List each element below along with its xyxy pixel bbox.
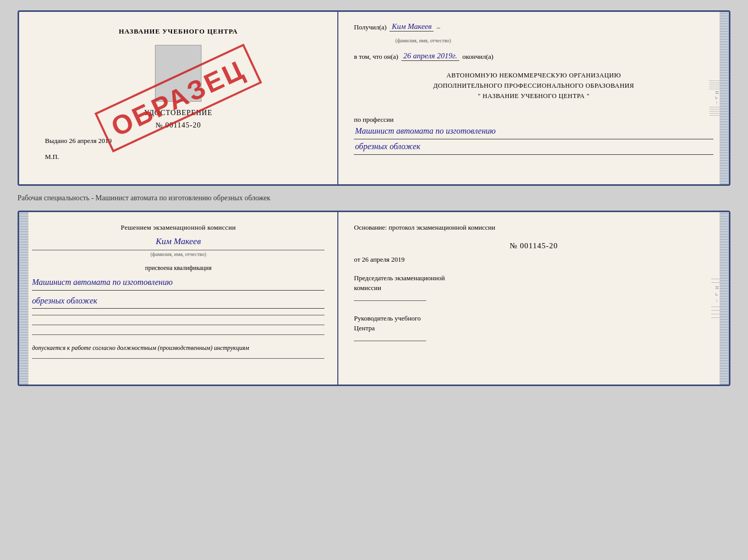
- photo-placeholder: [155, 45, 201, 102]
- note-text: допускается к работе согласно должностны…: [32, 344, 324, 352]
- date-value: 26 апреля 2019г.: [401, 52, 459, 61]
- director-line2: Центра: [354, 324, 375, 332]
- separator-4: [32, 358, 324, 359]
- mp-label: М.П.: [40, 145, 59, 161]
- issued-label: Выдано 26 апреля 2019: [45, 137, 112, 145]
- cert-number: № 001145-20: [155, 121, 201, 130]
- cert-left-panel: НАЗВАНИЕ УЧЕБНОГО ЦЕНТРА УДОСТОВЕРЕНИЕ №…: [19, 12, 338, 184]
- document-container: НАЗВАНИЕ УЧЕБНОГО ЦЕНТРА УДОСТОВЕРЕНИЕ №…: [18, 10, 730, 386]
- qualification-label: присвоена квалификация: [32, 264, 324, 272]
- dash1: –: [437, 23, 440, 31]
- bottom-left-panel: Решением экзаменационной комиссии Ким Ма…: [19, 212, 338, 385]
- separator-2: [32, 325, 324, 325]
- caption-text: Рабочая специальность - Машинист автомат…: [18, 192, 270, 204]
- director-label: Руководитель учебного Центра: [354, 313, 713, 333]
- bottom-profession-line2: обрезных обложек: [32, 294, 324, 309]
- director-sig-line: [354, 341, 426, 341]
- protocol-date-value: от 26 апреля 2019: [354, 255, 404, 263]
- bottom-fio-hint: (фамилия, имя, отчество): [32, 250, 324, 257]
- protocol-date: от 26 апреля 2019: [354, 255, 713, 264]
- bottom-right-panel: Основание: протокол экзаменационной коми…: [338, 212, 729, 385]
- separator-3: [32, 334, 324, 335]
- chairman-block: Председатель экзаменационной комиссии: [354, 273, 713, 301]
- separator-1: [32, 315, 324, 315]
- date-label: в том, что он(а): [354, 53, 398, 61]
- director-block: Руководитель учебного Центра: [354, 313, 713, 341]
- org-text-3: " НАЗВАНИЕ УЧЕБНОГО ЦЕНТРА ": [354, 91, 713, 101]
- recipient-name: Ким Макеев: [389, 22, 433, 31]
- chair-line1: Председатель экзаменационной: [354, 274, 445, 282]
- right-decorative-stripes: И ,а ←: [709, 12, 720, 184]
- bottom-left-spine-stripe: [19, 212, 28, 385]
- chair-line2: комиссии: [354, 284, 381, 292]
- director-line1: Руководитель учебного: [354, 314, 420, 322]
- cert-right-panel: Получил(а) Ким Макеев – (фамилия, имя, о…: [338, 12, 729, 184]
- org-text-1: АВТОНОМНУЮ НЕКОММЕРЧЕСКУЮ ОРГАНИЗАЦИЮ: [354, 70, 713, 81]
- cert-type-label: УДОСТОВЕРЕНИЕ: [144, 109, 212, 117]
- profession-line2: обрезных обложек: [354, 139, 713, 155]
- org-block: АВТОНОМНУЮ НЕКОММЕРЧЕСКУЮ ОРГАНИЗАЦИЮ ДО…: [354, 70, 713, 101]
- org-text-2: ДОПОЛНИТЕЛЬНОГО ПРОФЕССИОНАЛЬНОГО ОБРАЗО…: [354, 81, 713, 91]
- bottom-title: Решением экзаменационной комиссии: [32, 222, 324, 233]
- bottom-right-spine-stripe: [720, 212, 729, 385]
- bottom-person-name: Ким Макеев: [32, 236, 324, 247]
- protocol-number: № 001145-20: [354, 242, 713, 250]
- top-certificate: НАЗВАНИЕ УЧЕБНОГО ЦЕНТРА УДОСТОВЕРЕНИЕ №…: [18, 10, 730, 186]
- bottom-profession-line1: Машинист автомата по изготовлению: [32, 275, 324, 291]
- basis-label: Основание: протокол экзаменационной коми…: [354, 222, 713, 233]
- right-spine-stripe: [720, 12, 729, 184]
- profession-label: по профессии: [354, 116, 713, 124]
- chairman-label: Председатель экзаменационной комиссии: [354, 273, 713, 293]
- finished-label: окончил(а): [462, 53, 493, 61]
- chairman-sig-line: [354, 300, 426, 301]
- cert-issued-date: Выдано 26 апреля 2019: [40, 137, 112, 145]
- recipient-label: Получил(а): [354, 23, 386, 31]
- bottom-certificate: Решением экзаменационной комиссии Ким Ма…: [18, 211, 730, 386]
- school-name-top: НАЗВАНИЕ УЧЕБНОГО ЦЕНТРА: [119, 27, 238, 36]
- fio-hint-top: (фамилия, имя, отчество): [395, 38, 713, 43]
- profession-line1: Машинист автомата по изготовлению: [354, 124, 713, 139]
- bottom-right-decorative: И ,а ←: [711, 212, 720, 385]
